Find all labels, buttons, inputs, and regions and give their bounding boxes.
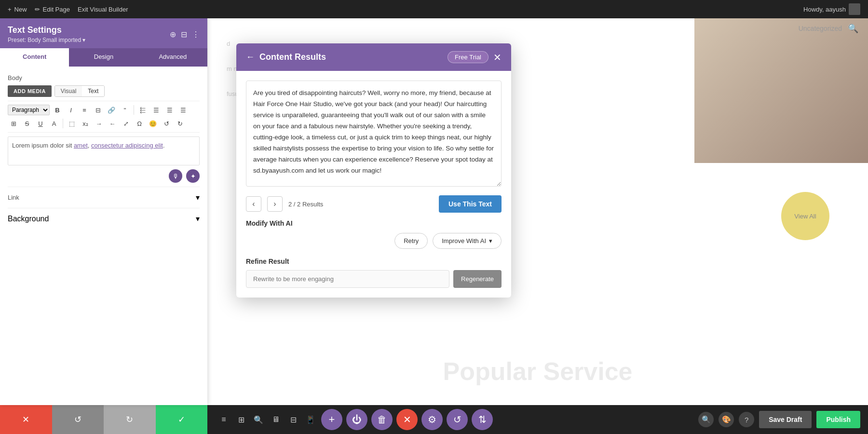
link-chevron-icon: ▾ [196,193,200,202]
settings-circle-button[interactable]: ⚙ [421,409,443,430]
search-icon[interactable]: 🔍 [848,23,858,34]
power-button[interactable]: ⏻ [346,409,367,430]
separator-1 [134,105,134,115]
improve-ai-button[interactable]: Improve With AI ▾ [433,233,502,249]
edit-page-button[interactable]: ✏ Edit Page [35,6,70,13]
search-bottom-icon[interactable]: 🔍 [698,412,714,427]
visual-text-tabs: Visual Text [54,85,105,97]
desktop-icon[interactable]: 🖥 [267,411,285,428]
outdent-button[interactable]: ← [107,118,118,129]
tab-advanced[interactable]: Advanced [138,48,207,67]
ordered-list-button[interactable]: ⊟ [92,104,104,116]
use-this-text-button[interactable]: Use This Text [439,195,502,213]
sliders-circle-button[interactable]: ⇅ [472,409,493,430]
background-section[interactable]: Background ▾ [8,208,200,229]
paint-bottom-icon[interactable]: 🎨 [719,412,734,427]
table-button[interactable]: ⊞ [8,118,19,129]
result-textarea[interactable]: Are you tired of disappointing haircuts?… [246,81,502,187]
add-element-button[interactable]: + [321,409,342,430]
tab-design[interactable]: Design [69,48,138,67]
exit-vb-button[interactable]: Exit Visual Builder [78,6,128,13]
undo-button[interactable]: ↺ [161,118,172,129]
italic-button[interactable]: I [65,104,77,116]
paste-button[interactable]: ⬚ [66,118,78,129]
more-options-icon[interactable]: ⋮ [192,30,200,39]
publish-button[interactable]: Publish [816,411,860,428]
result-count: 2 / 2 Results [288,201,323,208]
refine-input[interactable] [246,270,449,288]
edit-page-label: Edit Page [43,6,70,13]
modal-back-icon[interactable]: ← [246,52,255,62]
emoji-button[interactable]: 😊 [147,118,159,129]
content-editor[interactable]: Lorem ipsum dolor sit amet, consectetur … [8,136,200,165]
align-center-button[interactable]: ☰ [150,104,162,116]
question-bottom-icon[interactable]: ? [739,412,754,427]
special-char-button[interactable]: Ω [134,118,145,129]
chevron-down-icon: ▾ [489,237,492,244]
visual-tab[interactable]: Visual [55,86,82,96]
history-circle-button[interactable]: ↺ [447,409,468,430]
ai-magic-icon[interactable]: ✦ [186,169,200,183]
strikethrough-button[interactable]: S [21,118,33,129]
indent-button[interactable]: → [93,118,105,129]
paragraph-select[interactable]: Paragraph [8,105,50,115]
nav-next-button[interactable]: › [267,196,283,212]
menu-icon[interactable]: ≡ [215,411,232,428]
panel-preset[interactable]: Preset: Body Small imported ▾ [8,37,85,43]
nav-prev-button[interactable]: ‹ [246,196,261,212]
save-footer-button[interactable]: ✓ [156,405,208,434]
retry-button[interactable]: Retry [394,233,428,249]
free-trial-badge[interactable]: Free Trial [448,51,488,63]
format-toolbar: Paragraph B I ≡ ⊟ 🔗 " ⬱ ☰ ☰ ☰ ⊞ S U A ⬚ … [8,101,200,133]
target-icon[interactable]: ⊕ [170,30,176,39]
trash-button[interactable]: 🗑 [371,409,393,430]
fullscreen-button[interactable]: ⤢ [120,118,132,129]
top-bar: + New ✏ Edit Page Exit Visual Builder Ho… [0,0,868,18]
align-justify-button[interactable]: ☰ [177,104,189,116]
cancel-button[interactable]: ✕ [0,405,52,434]
result-navigation: ‹ › 2 / 2 Results Use This Text [246,195,502,213]
subscript-button[interactable]: x₂ [80,118,91,129]
body-section-label: Body [8,74,200,81]
modal-close-icon[interactable]: ✕ [493,52,502,63]
redo-footer-button[interactable]: ↻ [104,405,156,434]
redo-button[interactable]: ↻ [174,118,186,129]
align-left-button[interactable]: ⬱ [137,104,149,116]
undo-footer-button[interactable]: ↺ [52,405,104,434]
ai-icons: 🎙 ✦ [8,169,200,183]
link-button[interactable]: 🔗 [106,104,117,116]
exit-vb-label: Exit Visual Builder [78,6,128,13]
tab-content[interactable]: Content [0,48,69,67]
columns-icon[interactable]: ⊟ [181,30,187,39]
blockquote-button[interactable]: " [119,104,131,116]
modal-body: Are you tired of disappointing haircuts?… [236,71,511,298]
unordered-list-button[interactable]: ≡ [79,104,90,116]
view-all-button[interactable]: View All [781,192,829,240]
bold-button[interactable]: B [52,104,63,116]
underline-button[interactable]: U [35,118,46,129]
add-media-button[interactable]: ADD MEDIA [8,85,52,97]
link-label: Link [8,194,19,201]
ai-microphone-icon[interactable]: 🎙 [169,169,182,183]
modal-title: Content Results [259,52,326,62]
grid-icon[interactable]: ⊞ [232,411,250,428]
result-label: Results [302,201,323,208]
panel-tabs: Content Design Advanced [0,48,207,67]
modal-title-row: ← Content Results [246,52,326,62]
tablet-icon[interactable]: ⊟ [285,411,302,428]
panel-header-icons: ⊕ ⊟ ⋮ [170,30,200,39]
regenerate-button[interactable]: Regenerate [453,270,502,288]
panel-footer: ✕ ↺ ↻ ✓ [0,405,207,434]
align-right-button[interactable]: ☰ [164,104,176,116]
search-bar-icon[interactable]: 🔍 [250,411,267,428]
text-tab[interactable]: Text [82,86,104,96]
mobile-icon[interactable]: 📱 [302,411,319,428]
new-button[interactable]: + New [8,6,27,13]
color-button[interactable]: A [48,118,60,129]
close-button[interactable]: ✕ [396,409,418,430]
refine-row: Regenerate [246,270,502,288]
result-total: 2 [297,201,300,208]
panel-header: Text Settings Preset: Body Small importe… [0,18,207,48]
link-section[interactable]: Link ▾ [8,187,200,208]
save-draft-button[interactable]: Save Draft [759,411,812,428]
